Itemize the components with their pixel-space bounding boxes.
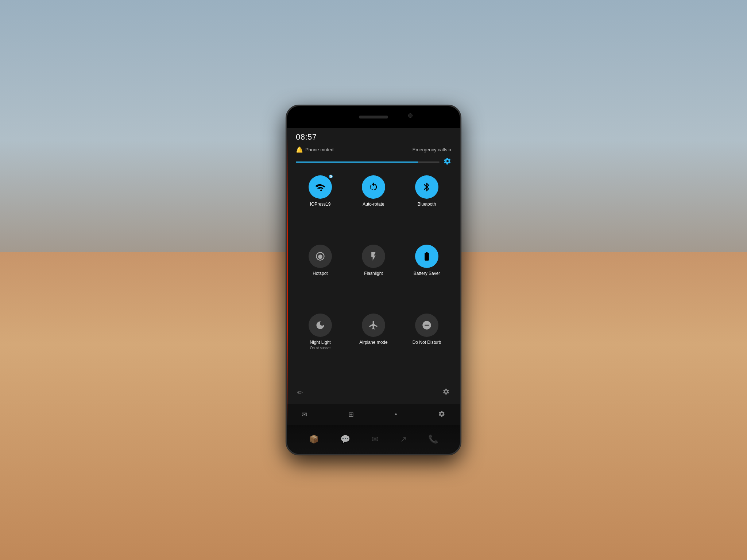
quick-tiles-grid: + IOPress19 Auto-rotate: [294, 174, 453, 384]
nav-grid-icon: ⊞: [348, 411, 354, 419]
tile-airplane[interactable]: Airplane mode: [349, 312, 398, 384]
quick-settings-panel: 08:57 🔔 Phone muted Emergency calls o: [287, 128, 460, 404]
tile-dnd[interactable]: Do Not Disturb: [402, 312, 451, 384]
night-light-sublabel: On at sunset: [310, 346, 331, 350]
tile-wifi[interactable]: + IOPress19: [296, 174, 345, 240]
mute-icon: 🔔: [296, 146, 303, 153]
tile-auto-rotate[interactable]: Auto-rotate: [349, 174, 398, 240]
nav-message-icon: ✉: [302, 411, 307, 419]
airplane-icon-circle: [362, 314, 385, 337]
navigation-bar: ✉ ⊞ •: [287, 404, 460, 425]
dock-whatsapp-icon: 💬: [340, 435, 350, 444]
dock-share-icon: ↗: [400, 435, 407, 444]
phone-screen: 08:57 🔔 Phone muted Emergency calls o: [287, 106, 460, 454]
speaker-grille: [359, 116, 388, 118]
wifi-label: IOPress19: [310, 202, 331, 207]
brightness-settings-icon[interactable]: [444, 158, 451, 167]
auto-rotate-label: Auto-rotate: [363, 202, 384, 207]
tile-night-light[interactable]: Night Light On at sunset: [296, 312, 345, 384]
phone-muted-indicator: 🔔 Phone muted: [296, 146, 333, 153]
flashlight-label: Flashlight: [364, 271, 383, 276]
wifi-icon-circle: +: [309, 175, 332, 199]
tile-flashlight[interactable]: Flashlight: [349, 243, 398, 310]
hotspot-icon-circle: [309, 245, 332, 268]
bluetooth-label: Bluetooth: [418, 202, 436, 207]
dock-archive-icon: 📦: [309, 435, 319, 444]
dnd-label: Do Not Disturb: [413, 340, 441, 345]
phone-wrapper: 08:57 🔔 Phone muted Emergency calls o: [286, 105, 461, 455]
tile-hotspot[interactable]: Hotspot: [296, 243, 345, 310]
bluetooth-icon-circle: [415, 175, 438, 199]
quick-settings-bottom-bar: ✏: [294, 384, 453, 398]
phone-device: 08:57 🔔 Phone muted Emergency calls o: [286, 105, 461, 455]
emergency-label: Emergency calls o: [413, 147, 451, 152]
mute-label: Phone muted: [305, 147, 333, 152]
tile-battery-saver[interactable]: Battery Saver: [402, 243, 451, 310]
app-dock: 📦 💬 ✉ ↗ 📞: [287, 425, 460, 454]
brightness-row[interactable]: [294, 156, 453, 174]
brightness-slider[interactable]: [296, 162, 440, 163]
airplane-label: Airplane mode: [359, 340, 387, 345]
panel-settings-icon[interactable]: [442, 388, 450, 397]
phone-top-bar: [287, 106, 460, 128]
night-light-label: Night Light: [310, 340, 330, 345]
notification-row: 🔔 Phone muted Emergency calls o: [294, 145, 453, 156]
night-light-icon-circle: [309, 314, 332, 337]
nav-settings-icon[interactable]: [438, 410, 445, 419]
dnd-icon-circle: [415, 314, 438, 337]
hotspot-label: Hotspot: [313, 271, 328, 276]
edit-icon[interactable]: ✏: [297, 389, 303, 397]
tile-bluetooth[interactable]: Bluetooth: [402, 174, 451, 240]
dock-mail-icon: ✉: [372, 435, 378, 444]
front-camera: [408, 113, 413, 118]
clock-time: 08:57: [296, 132, 317, 142]
auto-rotate-icon-circle: [362, 175, 385, 199]
wifi-active-dot: +: [329, 175, 333, 178]
battery-saver-icon-circle: [415, 245, 438, 268]
nav-dot-indicator: •: [395, 411, 397, 419]
battery-saver-label: Battery Saver: [414, 271, 440, 276]
dock-phone-icon: 📞: [428, 435, 438, 444]
flashlight-icon-circle: [362, 245, 385, 268]
status-bar: 08:57: [294, 128, 453, 145]
